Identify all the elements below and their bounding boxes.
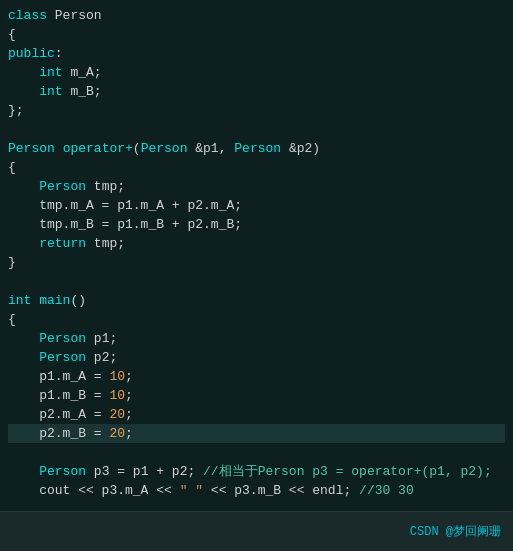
code-line-21: p1.m_B = 10; bbox=[8, 386, 505, 405]
code-line-4: int m_A; bbox=[8, 63, 505, 82]
code-line-15 bbox=[8, 272, 505, 291]
code-line-2: { bbox=[8, 25, 505, 44]
code-line-13: return tmp; bbox=[8, 234, 505, 253]
code-line-17: { bbox=[8, 310, 505, 329]
code-line-10: Person tmp; bbox=[8, 177, 505, 196]
code-line-5: int m_B; bbox=[8, 82, 505, 101]
code-line-7 bbox=[8, 120, 505, 139]
code-line-11: tmp.m_A = p1.m_A + p2.m_A; bbox=[8, 196, 505, 215]
code-line-22: p2.m_A = 20; bbox=[8, 405, 505, 424]
code-line-1: class Person bbox=[8, 6, 505, 25]
code-line-19: Person p2; bbox=[8, 348, 505, 367]
code-editor: class Person { public: int m_A; int m_B;… bbox=[0, 0, 513, 511]
code-line-16: int main() bbox=[8, 291, 505, 310]
code-line-14: } bbox=[8, 253, 505, 272]
code-line-3: public: bbox=[8, 44, 505, 63]
footer: CSDN @梦回阑珊 bbox=[0, 511, 513, 551]
code-line-18: Person p1; bbox=[8, 329, 505, 348]
code-line-26: cout << p3.m_A << " " << p3.m_B << endl;… bbox=[8, 481, 505, 500]
code-line-12: tmp.m_B = p1.m_B + p2.m_B; bbox=[8, 215, 505, 234]
watermark-text: CSDN @梦回阑珊 bbox=[410, 523, 501, 540]
code-line-20: p1.m_A = 10; bbox=[8, 367, 505, 386]
code-line-27 bbox=[8, 500, 505, 511]
code-line-6: }; bbox=[8, 101, 505, 120]
code-line-9: { bbox=[8, 158, 505, 177]
code-line-8: Person operator+(Person &p1, Person &p2) bbox=[8, 139, 505, 158]
code-line-25: Person p3 = p1 + p2; //相当于Person p3 = op… bbox=[8, 462, 505, 481]
code-line-24 bbox=[8, 443, 505, 462]
code-line-23: p2.m_B = 20; bbox=[8, 424, 505, 443]
